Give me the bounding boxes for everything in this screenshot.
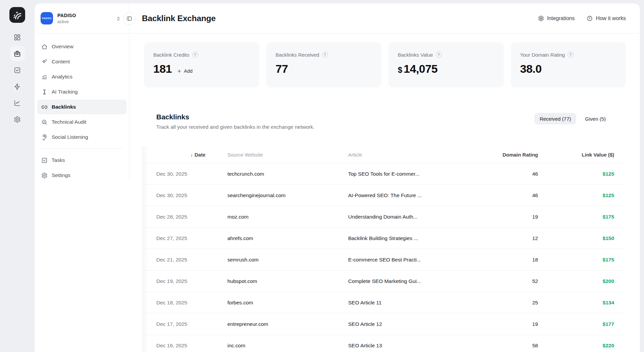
table-row[interactable]: Dec 17, 2025 entrepreneur.com SEO Articl… <box>144 313 626 335</box>
table-row[interactable]: Dec 16, 2025 inc.com SEO Article 13 58 $… <box>144 335 626 352</box>
table-row[interactable]: Dec 27, 2025 ahrefs.com Backlink Buildin… <box>144 228 626 249</box>
help-icon[interactable]: ? <box>568 52 574 58</box>
sidebar-item[interactable]: AI Tracking <box>37 84 126 99</box>
sidebar-nav: Overview Content Analytics AI Tracking <box>35 34 129 144</box>
cell-date: Dec 30, 2025 <box>144 192 227 198</box>
stat-label: Backlink Credits <box>153 52 190 58</box>
cell-date: Dec 18, 2025 <box>144 300 227 306</box>
sidebar-toggle-button[interactable] <box>123 12 136 25</box>
column-header-article[interactable]: Article <box>348 152 471 158</box>
table-row[interactable]: Dec 30, 2025 searchenginejournal.com AI-… <box>144 185 626 206</box>
cell-link-value: $175 <box>538 214 626 220</box>
backlinks-tabs: Received (77) Given (5) <box>534 113 611 124</box>
cell-domain-rating: 58 <box>471 343 538 349</box>
cell-domain-rating: 46 <box>471 192 538 198</box>
sidebar-item[interactable]: Analytics <box>37 69 126 84</box>
gear-icon <box>41 172 48 179</box>
cell-source-website: inc.com <box>227 343 348 349</box>
cell-link-value: $220 <box>538 343 626 349</box>
cell-domain-rating: 12 <box>471 235 538 241</box>
header-action-button[interactable]: Integrations <box>538 15 575 21</box>
cell-article: E-commerce SEO Best Practi... <box>348 257 471 263</box>
table-row[interactable]: Dec 19, 2025 hubspot.com Complete SEO Ma… <box>144 271 626 292</box>
column-header-rating[interactable]: Domain Rating <box>471 152 538 158</box>
header-action-button[interactable]: How it works <box>587 15 626 21</box>
sidebar-item[interactable]: Settings <box>37 168 126 183</box>
column-header-value[interactable]: Link Value ($) <box>538 152 626 158</box>
backlinks-table: ↓ Date Source Website Article Domain Rat… <box>144 146 626 352</box>
header-actions: Integrations How it works <box>538 15 626 21</box>
sidebar-item-label: Analytics <box>52 74 72 80</box>
app-panel: PADISO PADISO active Overview <box>35 3 640 352</box>
table-row[interactable]: Dec 18, 2025 forbes.com SEO Article 11 2… <box>144 292 626 313</box>
analytics-icon <box>41 74 48 80</box>
rail-item[interactable] <box>10 96 25 110</box>
sidebar-item-label: Content <box>52 59 70 65</box>
sidebar-item[interactable]: Technical Audit <box>37 115 126 129</box>
stat-value: 14,075 <box>404 62 437 75</box>
cell-source-website: semrush.com <box>227 257 348 263</box>
cell-source-website: searchenginejournal.com <box>227 192 348 198</box>
logo-icon <box>13 11 22 19</box>
app-rail <box>0 0 35 352</box>
sidebar-item-label: Settings <box>52 172 70 178</box>
sparkles-icon <box>41 59 48 65</box>
help-icon[interactable]: ? <box>436 52 442 58</box>
section-subtitle: Track all your received and given backli… <box>156 124 315 130</box>
page-title: Backlink Exchange <box>142 14 216 23</box>
cell-article: SEO Article 11 <box>348 300 471 306</box>
cell-source-website: techcrunch.com <box>227 171 348 177</box>
sidebar-item[interactable]: Social Listening <box>37 130 126 144</box>
sidebar-item[interactable]: Content <box>37 54 126 69</box>
table-row[interactable]: Dec 30, 2025 techcrunch.com Top SEO Tool… <box>144 163 626 185</box>
tab[interactable]: Given (5) <box>580 113 611 124</box>
sort-desc-icon: ↓ <box>191 152 193 158</box>
table-row[interactable]: Dec 28, 2025 moz.com Understanding Domai… <box>144 206 626 228</box>
cell-link-value: $177 <box>538 321 626 327</box>
sidebar-item-label: Social Listening <box>52 134 88 140</box>
add-credits-button[interactable]: Add <box>177 68 193 74</box>
cell-source-website: forbes.com <box>227 300 348 306</box>
cell-article: SEO Article 13 <box>348 343 471 349</box>
column-header-date[interactable]: ↓ Date <box>144 152 227 158</box>
sidebar-item-label: Backlinks <box>52 104 76 110</box>
main-content: Backlink Exchange Integrations How it wo… <box>129 3 640 352</box>
workspace-switcher[interactable]: PADISO PADISO active <box>35 3 129 34</box>
cell-domain-rating: 52 <box>471 278 538 284</box>
table-row[interactable]: Dec 21, 2025 semrush.com E-commerce SEO … <box>144 249 626 271</box>
rail-item[interactable] <box>10 30 25 45</box>
column-header-source[interactable]: Source Website <box>227 152 348 158</box>
stat-value: 38.0 <box>520 62 542 75</box>
sidebar-item-label: AI Tracking <box>52 89 78 95</box>
cell-article: Complete SEO Marketing Gui... <box>348 278 471 284</box>
rail-item[interactable] <box>10 63 25 77</box>
sidebar-footer-nav: Tasks Settings <box>35 149 129 183</box>
search-check-icon <box>41 119 48 125</box>
panel-icon <box>126 16 132 21</box>
stat-card: Backlinks Value ? $ 14,075 <box>388 42 504 87</box>
workspace-switcher-button[interactable] <box>115 16 121 22</box>
sidebar-item[interactable]: Overview <box>37 39 126 54</box>
cell-article: AI-Powered SEO: The Future ... <box>348 192 471 198</box>
cell-link-value: $175 <box>538 257 626 263</box>
sidebar-item[interactable]: Backlinks <box>37 100 126 114</box>
sidebar-item-label: Technical Audit <box>52 119 86 125</box>
section-title: Backlinks <box>156 113 315 121</box>
rail-item[interactable] <box>10 112 25 127</box>
cell-date: Dec 16, 2025 <box>144 343 227 349</box>
rail-item[interactable] <box>10 79 25 94</box>
cell-domain-rating: 19 <box>471 321 538 327</box>
cell-article: Backlink Building Strategies ... <box>348 235 471 241</box>
app-logo[interactable] <box>9 7 25 23</box>
cell-link-value: $134 <box>538 300 626 306</box>
cell-date: Dec 19, 2025 <box>144 278 227 284</box>
sidebar: PADISO PADISO active Overview <box>35 3 129 352</box>
rail-item[interactable] <box>10 46 25 61</box>
stat-card: Your Domain Rating ? 38.0 <box>511 42 626 87</box>
cell-article: Understanding Domain Auth... <box>348 214 471 220</box>
help-icon[interactable]: ? <box>322 52 328 58</box>
help-icon[interactable]: ? <box>192 52 198 58</box>
cell-domain-rating: 25 <box>471 300 538 306</box>
tab[interactable]: Received (77) <box>534 113 576 124</box>
sidebar-item[interactable]: Tasks <box>37 153 126 168</box>
